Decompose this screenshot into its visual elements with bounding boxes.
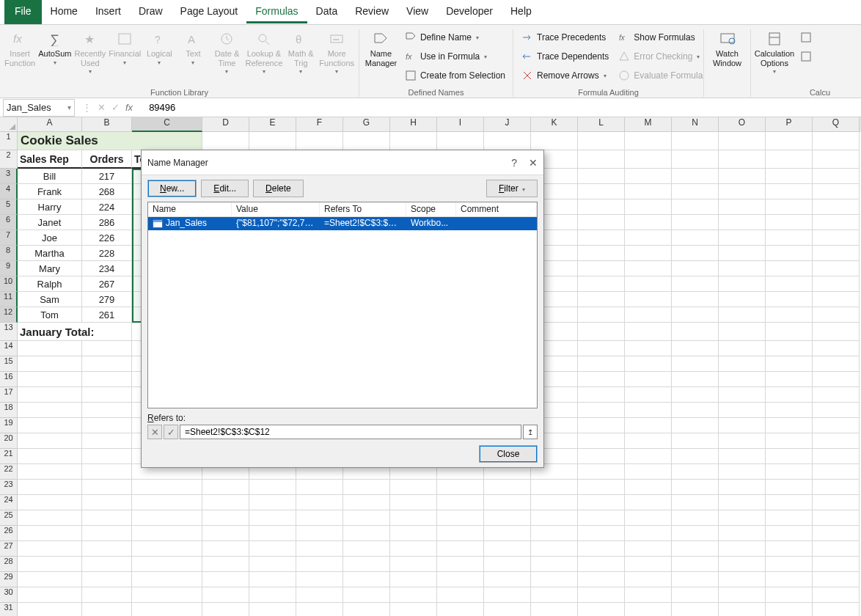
cell[interactable] [625, 433, 672, 449]
cell[interactable] [672, 199, 719, 215]
cell[interactable] [18, 480, 82, 495]
cell[interactable] [18, 603, 82, 616]
cell[interactable] [625, 261, 672, 276]
row-header[interactable]: 22 [0, 464, 18, 480]
cell[interactable] [625, 480, 672, 495]
cell[interactable] [813, 261, 860, 276]
cell[interactable] [18, 526, 82, 541]
col-header-I[interactable]: I [437, 117, 484, 132]
financial-button[interactable]: Financial [109, 29, 141, 81]
cell[interactable] [766, 387, 813, 403]
cell[interactable] [484, 572, 531, 587]
cell[interactable] [766, 480, 813, 495]
cell[interactable] [672, 387, 719, 403]
cell[interactable] [18, 341, 82, 356]
cell[interactable] [719, 215, 766, 230]
evaluate-formula-button[interactable]: Evaluate Formula [615, 67, 706, 84]
cell[interactable] [531, 132, 578, 150]
cell[interactable] [672, 169, 719, 184]
cell[interactable] [672, 403, 719, 418]
row-header[interactable]: 10 [0, 276, 18, 292]
cell[interactable] [531, 541, 578, 557]
cell[interactable] [296, 572, 343, 587]
cell[interactable] [813, 169, 860, 184]
cell[interactable] [132, 526, 202, 541]
cell[interactable] [578, 215, 625, 230]
cell[interactable] [390, 572, 437, 587]
cell[interactable] [132, 495, 202, 510]
cell[interactable] [766, 464, 813, 480]
cell[interactable] [296, 526, 343, 541]
cell[interactable] [719, 356, 766, 372]
cell[interactable] [578, 150, 625, 169]
cell[interactable] [625, 150, 672, 169]
cell[interactable] [18, 372, 82, 387]
cell[interactable] [672, 449, 719, 464]
cell[interactable] [82, 341, 132, 356]
name-manager-button[interactable]: Name Manager [364, 29, 398, 81]
recently-used-button[interactable]: ★Recently Used [74, 29, 106, 81]
cell[interactable] [296, 557, 343, 572]
cell[interactable] [813, 292, 860, 307]
cell[interactable] [766, 433, 813, 449]
cell[interactable] [390, 557, 437, 572]
cell[interactable] [82, 572, 132, 587]
row-header[interactable]: 2 [0, 150, 18, 169]
cell[interactable] [813, 510, 860, 526]
cell[interactable] [18, 356, 82, 372]
cell[interactable] [82, 387, 132, 403]
cell[interactable] [719, 557, 766, 572]
filter-button[interactable]: Filter ▾ [486, 180, 538, 197]
row-header[interactable]: 9 [0, 261, 18, 276]
cell[interactable] [672, 433, 719, 449]
cell[interactable] [578, 510, 625, 526]
cell[interactable] [82, 587, 132, 603]
cell[interactable] [390, 587, 437, 603]
cell[interactable] [390, 510, 437, 526]
row-header[interactable]: 4 [0, 184, 18, 199]
cell[interactable] [531, 603, 578, 616]
cell[interactable] [249, 132, 296, 150]
cell[interactable] [672, 480, 719, 495]
col-header-E[interactable]: E [249, 117, 296, 132]
cell[interactable] [82, 510, 132, 526]
cell[interactable] [625, 292, 672, 307]
cell[interactable] [82, 480, 132, 495]
cell[interactable] [766, 510, 813, 526]
cell[interactable] [719, 541, 766, 557]
row-header[interactable]: 23 [0, 480, 18, 495]
col-header-L[interactable]: L [578, 117, 625, 132]
cell[interactable] [578, 572, 625, 587]
cell[interactable] [82, 495, 132, 510]
cell[interactable] [578, 323, 625, 341]
cell[interactable] [82, 603, 132, 616]
cell[interactable] [813, 323, 860, 341]
cell[interactable]: 268 [82, 184, 132, 199]
cell[interactable] [531, 557, 578, 572]
cell[interactable] [625, 215, 672, 230]
tab-data[interactable]: Data [307, 1, 347, 23]
cell[interactable] [625, 495, 672, 510]
cell[interactable] [531, 587, 578, 603]
cell[interactable] [813, 433, 860, 449]
cell[interactable] [18, 572, 82, 587]
cell[interactable] [202, 495, 249, 510]
cell[interactable] [719, 449, 766, 464]
row-header[interactable]: 13 [0, 323, 18, 341]
cell[interactable] [343, 557, 390, 572]
cell[interactable] [766, 587, 813, 603]
cell[interactable] [531, 526, 578, 541]
row-header[interactable]: 30 [0, 587, 18, 603]
tab-file[interactable]: File [4, 0, 42, 24]
cell[interactable] [249, 541, 296, 557]
cell[interactable] [719, 230, 766, 246]
refers-to-input[interactable] [180, 425, 521, 439]
cell[interactable] [18, 495, 82, 510]
row-header[interactable]: 11 [0, 292, 18, 307]
cell[interactable] [813, 372, 860, 387]
trace-dependents-button[interactable]: Trace Dependents [518, 48, 612, 65]
row-header[interactable]: 14 [0, 341, 18, 356]
text-button[interactable]: AText [177, 29, 208, 81]
cell[interactable]: 234 [82, 261, 132, 276]
cell[interactable] [390, 603, 437, 616]
